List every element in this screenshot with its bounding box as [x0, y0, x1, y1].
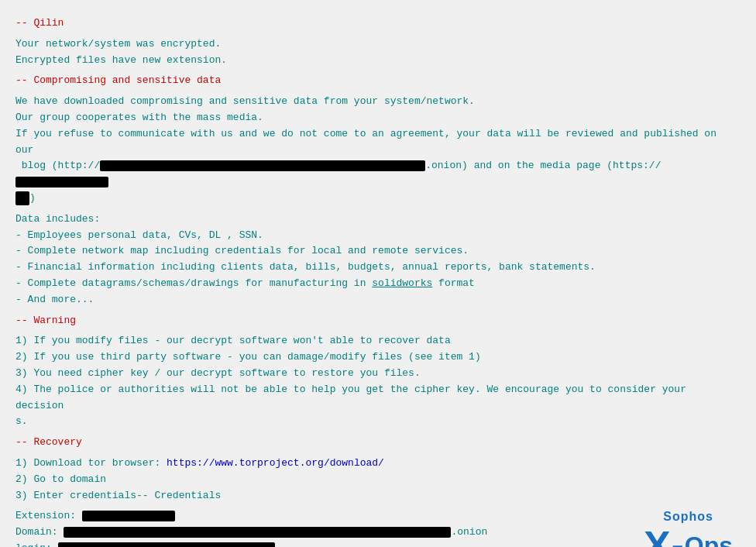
- compromising-para2: Our group cooperates with the mass media…: [15, 110, 741, 126]
- recovery-item-2: 2) Go to domain: [15, 472, 741, 488]
- group-header: -- Qilin: [15, 15, 741, 32]
- warning-item-1: 1) If you modify files - our decrypt sof…: [15, 333, 741, 349]
- recovery-header: -- Recovery: [15, 435, 741, 451]
- data-item-5: - And more...: [15, 292, 741, 308]
- compromising-para3-end: ): [15, 191, 741, 207]
- data-item-3: - Financial information including client…: [15, 260, 741, 276]
- warning-header: -- Warning: [15, 313, 741, 329]
- data-includes-header: Data includes:: [15, 212, 741, 228]
- sophos-xops-logo: Sophos X - Ops: [644, 510, 733, 548]
- redacted-extension: [82, 511, 175, 521]
- recovery-item-3: 3) Enter credentials-- Credentials: [15, 488, 741, 504]
- compromising-header: -- Compromising and sensitive data: [15, 73, 741, 89]
- compromising-para1: We have downloaded compromising and sens…: [15, 94, 741, 110]
- warning-item-2: 2) If you use third party software - you…: [15, 349, 741, 366]
- x-letter: X: [644, 525, 671, 548]
- redacted-login: [58, 542, 275, 547]
- warning-item-4: 4) The police or authorities will not be…: [15, 382, 741, 415]
- redacted-url2: [15, 177, 108, 187]
- xops-mark: X - Ops: [644, 525, 733, 548]
- compromising-para3: If you refuse to communicate with us and…: [15, 126, 741, 159]
- data-item-4: - Complete datagrams/schemas/drawings fo…: [15, 276, 741, 292]
- recovery-item-1: 1) Download tor browser: https://www.tor…: [15, 456, 741, 472]
- login-line: login:: [15, 541, 741, 547]
- encryption-line2: Encrypted files have new extension.: [15, 53, 741, 69]
- domain-line: Domain: .onion: [15, 525, 741, 541]
- redacted-domain: [64, 527, 451, 538]
- redacted-block: [15, 191, 29, 205]
- redacted-url1: [100, 160, 425, 171]
- warning-item-3: 3) You need cipher key / our decrypt sof…: [15, 366, 741, 382]
- sophos-label: Sophos: [644, 510, 733, 524]
- data-item-1: - Employees personal data, CVs, DL , SSN…: [15, 228, 741, 244]
- extension-line: Extension:: [15, 508, 741, 525]
- compromising-para3-cont: blog (http://.onion) and on the media pa…: [15, 158, 741, 191]
- encryption-line1: Your network/system was encrypted.: [15, 36, 741, 53]
- dash-symbol: -: [672, 527, 684, 548]
- ransom-note: -- Qilin Your network/system was encrypt…: [15, 15, 741, 547]
- ops-text: Ops: [685, 533, 733, 548]
- warning-item-4-cont: s.: [15, 414, 741, 430]
- data-item-2: - Complete network map including credent…: [15, 243, 741, 260]
